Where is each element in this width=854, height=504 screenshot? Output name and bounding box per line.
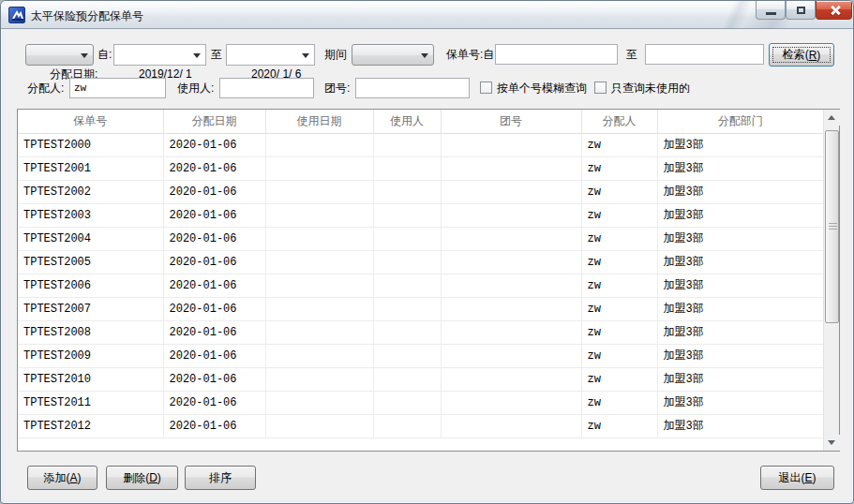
table-cell — [265, 133, 373, 156]
table-cell: 2020-01-06 — [163, 203, 265, 227]
table-cell — [373, 203, 441, 227]
table-cell: TPTEST2002 — [18, 180, 163, 203]
table-cell: 加盟3部 — [657, 133, 823, 156]
group-input[interactable] — [355, 78, 470, 98]
add-button[interactable]: 添加(A) — [27, 466, 97, 490]
table-cell: TPTEST2005 — [18, 250, 163, 274]
table-cell: 加盟3部 — [657, 227, 823, 250]
vertical-scrollbar[interactable] — [823, 110, 839, 451]
exit-button[interactable]: 退出(E) — [760, 466, 834, 490]
policy-to-label: 至 — [626, 44, 637, 66]
table-cell — [373, 320, 441, 344]
column-header[interactable]: 使用人 — [373, 110, 441, 133]
table-row[interactable]: TPTEST20032020-01-06zw加盟3部 — [18, 203, 823, 227]
table-row[interactable]: TPTEST20012020-01-06zw加盟3部 — [18, 156, 823, 180]
table-cell — [441, 274, 581, 297]
table-cell — [265, 391, 373, 414]
table-row[interactable]: TPTEST20102020-01-06zw加盟3部 — [18, 367, 823, 391]
column-header[interactable]: 分配人 — [581, 110, 657, 133]
table-cell — [441, 414, 581, 437]
user-label: 使用人: — [177, 78, 214, 99]
table-cell: TPTEST2003 — [18, 203, 163, 227]
close-button[interactable] — [816, 1, 852, 20]
table-cell — [265, 297, 373, 320]
table-row[interactable]: TPTEST20022020-01-06zw加盟3部 — [18, 180, 823, 203]
column-header[interactable]: 保单号 — [18, 110, 163, 133]
table-cell: TPTEST2004 — [18, 227, 163, 250]
table-row[interactable]: TPTEST20112020-01-06zw加盟3部 — [18, 391, 823, 414]
table-cell — [265, 250, 373, 274]
table-cell: TPTEST2011 — [18, 391, 163, 414]
column-header[interactable]: 分配日期 — [163, 110, 265, 133]
allocator-input[interactable] — [69, 78, 166, 98]
table-row[interactable]: TPTEST20082020-01-06zw加盟3部 — [18, 320, 823, 344]
delete-button-accesskey: D — [149, 471, 157, 484]
table-cell — [373, 133, 441, 156]
scroll-up-button[interactable] — [824, 110, 840, 126]
table-cell — [265, 227, 373, 250]
table-cell — [373, 297, 441, 320]
table-row[interactable]: TPTEST20122020-01-06zw加盟3部 — [18, 414, 823, 437]
table-cell: zw — [581, 250, 657, 274]
table-cell: 加盟3部 — [657, 320, 823, 344]
unused-only-label[interactable]: 只查询未使用的 — [611, 78, 690, 99]
table-cell — [441, 297, 581, 320]
table-row[interactable]: TPTEST20062020-01-06zw加盟3部 — [18, 274, 823, 297]
table-cell: TPTEST2010 — [18, 367, 163, 391]
search-button[interactable]: 检索(R) — [769, 43, 834, 67]
table-cell — [265, 180, 373, 203]
delete-button-label: 删除( — [123, 470, 149, 486]
table-cell: 加盟3部 — [657, 297, 823, 320]
table-cell — [441, 344, 581, 367]
scrollbar-thumb[interactable] — [825, 130, 839, 323]
table-cell: 2020-01-06 — [163, 156, 265, 180]
minimize-button[interactable] — [756, 1, 786, 20]
table-row[interactable]: TPTEST20072020-01-06zw加盟3部 — [18, 297, 823, 320]
exit-button-accesskey: E — [804, 471, 812, 484]
date-to-picker[interactable]: 2020/ 1/ 6 — [226, 44, 315, 66]
allocator-label: 分配人: — [27, 78, 64, 99]
title-bar[interactable]: 太平保险预分配保单号 — [1, 1, 853, 29]
arrow-down-icon — [828, 440, 835, 445]
table-cell: 加盟3部 — [657, 156, 823, 180]
maximize-button[interactable] — [786, 1, 816, 20]
fuzzy-query-label[interactable]: 按单个号模糊查询 — [497, 78, 587, 99]
table-row[interactable]: TPTEST20002020-01-06zw加盟3部 — [18, 133, 823, 156]
unused-only-checkbox[interactable] — [594, 82, 607, 94]
fuzzy-query-checkbox[interactable] — [480, 82, 492, 94]
table-cell: 加盟3部 — [657, 180, 823, 203]
table-cell — [441, 133, 581, 156]
table-row[interactable]: TPTEST20052020-01-06zw加盟3部 — [18, 250, 823, 274]
scroll-down-button[interactable] — [824, 435, 840, 451]
policy-from-input[interactable] — [495, 44, 618, 65]
table-row[interactable]: TPTEST20042020-01-06zw加盟3部 — [18, 227, 823, 250]
user-input[interactable] — [219, 78, 314, 98]
table-cell: zw — [581, 156, 657, 180]
table-cell: TPTEST2009 — [18, 344, 163, 367]
table-cell: 2020-01-06 — [163, 297, 265, 320]
table-row[interactable]: TPTEST20092020-01-06zw加盟3部 — [18, 344, 823, 367]
sort-button[interactable]: 排序 — [185, 466, 256, 490]
table-cell — [373, 250, 441, 274]
column-header[interactable]: 分配部门 — [657, 110, 823, 133]
table-cell: zw — [581, 203, 657, 227]
table-cell: 2020-01-06 — [163, 320, 265, 344]
table-cell: TPTEST2012 — [18, 414, 163, 437]
period-select[interactable] — [352, 44, 434, 66]
filter-field-select[interactable]: 分配日期: — [25, 44, 94, 66]
policy-to-input[interactable] — [645, 44, 764, 65]
delete-button-label-end: ) — [157, 471, 161, 484]
column-header[interactable]: 团号 — [441, 110, 581, 133]
table-cell: zw — [581, 274, 657, 297]
column-header[interactable]: 使用日期 — [265, 110, 373, 133]
arrow-up-icon — [828, 115, 835, 120]
table-cell — [441, 367, 581, 391]
policy-range-label: 保单号:自 — [446, 44, 494, 66]
table-cell — [373, 367, 441, 391]
table-cell — [373, 391, 441, 414]
date-from-picker[interactable]: 2019/12/ 1 — [113, 44, 206, 66]
table-cell — [265, 156, 373, 180]
table-cell: 2020-01-06 — [163, 344, 265, 367]
delete-button[interactable]: 删除(D) — [106, 466, 178, 490]
table-cell: 2020-01-06 — [163, 133, 265, 156]
